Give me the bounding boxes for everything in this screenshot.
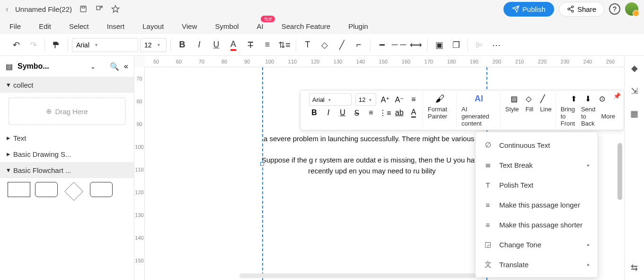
underline-button[interactable]: U [209, 37, 224, 53]
menu-continuous-text[interactable]: ∅Continuous Text [476, 135, 598, 155]
pin-icon[interactable]: 📌 [613, 92, 621, 99]
float-ab-icon[interactable]: ab [394, 108, 405, 118]
float-italic-icon[interactable]: I [323, 108, 334, 118]
translate-icon: 文 [483, 260, 493, 269]
italic-button[interactable]: I [192, 37, 207, 53]
layers-button[interactable]: ❐ [449, 37, 464, 53]
shapes-row [0, 178, 134, 205]
shape-rounded-rect-2[interactable] [90, 182, 113, 197]
menu-symbol[interactable]: Symbol [215, 22, 239, 30]
float-strike-icon[interactable]: S̶ [352, 108, 362, 118]
section-collect[interactable]: ▾collect [0, 77, 134, 93]
collapse-icon[interactable]: « [124, 62, 128, 71]
menu-polish-text[interactable]: TPolish Text [476, 175, 598, 195]
float-underline-icon[interactable]: U [337, 108, 348, 118]
undo-button[interactable]: ↶ [9, 37, 24, 53]
float-numbered-list-icon[interactable]: ≡ [366, 108, 376, 118]
float-format-painter-icon[interactable]: 🖌 [435, 93, 445, 104]
chevron-right-icon: ▸ [587, 262, 590, 268]
more-toolbar-button[interactable]: ⋯ [489, 37, 504, 53]
shape-diamond[interactable] [64, 182, 83, 201]
menu-change-tone[interactable]: ◲Change Tone▸ [476, 235, 598, 254]
share-button[interactable]: Share [559, 2, 604, 17]
float-line-icon[interactable]: ╱ [538, 93, 548, 104]
send-back-icon[interactable]: ⬇ [582, 93, 593, 104]
ai-content-label: AI generated content [461, 106, 496, 127]
text-style-button[interactable]: T̶ [243, 37, 258, 53]
section-basic-flowchart[interactable]: ▾Basic Flowchart ... [0, 162, 134, 178]
star-icon[interactable] [111, 4, 120, 14]
grid-icon[interactable]: ▦ [629, 108, 640, 119]
selected-text-block[interactable]: a severe problem in launching successful… [258, 134, 485, 176]
menu-insert[interactable]: Insert [107, 22, 125, 30]
font-size-select[interactable]: 12▾ [140, 38, 167, 52]
fill-button[interactable]: ◇ [317, 37, 332, 53]
menu-layout[interactable]: Layout [142, 22, 164, 30]
float-style-icon[interactable]: ▨ [509, 93, 520, 104]
menu-text-break[interactable]: ≣Text Break▸ [476, 155, 598, 175]
font-select[interactable]: Arial▾ [72, 38, 138, 52]
svg-point-4 [568, 8, 570, 10]
float-more-icon[interactable]: ⊙ [597, 93, 607, 104]
settings-rail-icon[interactable]: ⇆ [629, 262, 640, 273]
help-icon[interactable]: ? [609, 3, 620, 15]
text-tool-button[interactable]: T [300, 37, 315, 53]
align-icon[interactable]: ≡ [408, 94, 419, 105]
decrease-font-icon[interactable]: A⁻ [394, 94, 405, 105]
svg-point-3 [572, 6, 573, 8]
float-fill-icon[interactable]: ◇ [523, 93, 534, 104]
shape-rounded-rect[interactable] [35, 182, 58, 197]
shape-rectangle[interactable] [8, 182, 30, 197]
arrow-style-button[interactable]: ⟷ [408, 37, 423, 53]
export-rail-icon[interactable]: ⇲ [629, 85, 640, 97]
align-distribute-button[interactable]: ⊫ [472, 37, 487, 53]
float-bold-icon[interactable]: B [309, 108, 319, 118]
avatar[interactable] [625, 2, 638, 16]
section-text[interactable]: ▸Text [0, 130, 134, 146]
group-button[interactable]: ▣ [432, 37, 447, 53]
menu-view[interactable]: View [182, 22, 197, 30]
float-font-select[interactable]: Arial▾ [309, 93, 352, 106]
font-color-button[interactable]: A [226, 37, 241, 53]
line-tool-button[interactable]: ╱ [334, 37, 349, 53]
menu-translate[interactable]: 文Translate▸ [476, 254, 598, 274]
style-label: Style [505, 106, 519, 113]
menu-make-longer[interactable]: ≡Make this passage longer [476, 195, 598, 215]
bring-front-icon[interactable]: ⬆ [568, 93, 579, 104]
back-icon[interactable]: ‹ [6, 4, 9, 14]
float-size-select[interactable]: 12▾ [355, 93, 376, 106]
menu-ai[interactable]: AIhot [257, 22, 264, 30]
search-icon[interactable]: 🔍 [110, 62, 119, 71]
menu-plugin[interactable]: Plugin [348, 22, 368, 30]
float-bullet-list-icon[interactable]: ⋮≡ [380, 108, 390, 118]
chevron-down-icon[interactable]: ⌄ [90, 63, 96, 70]
increase-font-icon[interactable]: A⁺ [380, 94, 390, 105]
format-painter-button[interactable] [49, 37, 64, 53]
menu-make-shorter[interactable]: ≡Make this passage shorter [476, 215, 598, 235]
export-icon[interactable] [95, 4, 104, 14]
file-name[interactable]: Unnamed File(22) [15, 5, 72, 13]
section-basic-drawing[interactable]: ▸Basic Drawing S... [0, 146, 134, 162]
selection-handle-left[interactable] [260, 162, 264, 166]
float-font-color-icon[interactable]: A [408, 108, 419, 118]
menu-file[interactable]: File [9, 22, 21, 30]
vertical-scrollbar[interactable] [618, 143, 622, 200]
redo-button[interactable]: ↷ [26, 37, 41, 53]
drag-here-zone[interactable]: ⊕Drag Here [9, 98, 125, 125]
make-shorter-icon: ≡ [483, 221, 493, 229]
line-style-button[interactable]: ─ ─ [391, 37, 406, 53]
float-ai-icon[interactable]: AI [474, 93, 484, 104]
menu-search[interactable]: Search Feature [282, 22, 330, 30]
publish-button[interactable]: Publish [503, 2, 554, 17]
save-icon[interactable] [79, 4, 88, 14]
bring-front-label: Bring to Front [561, 106, 580, 127]
line-spacing-button[interactable]: ⇅≡ [277, 37, 292, 53]
line-weight-button[interactable]: ━ [374, 37, 389, 53]
theme-icon[interactable]: ◆ [629, 63, 640, 74]
bold-button[interactable]: B [175, 37, 190, 53]
menu-select[interactable]: Select [69, 22, 89, 30]
horizontal-scrollbar[interactable] [239, 273, 476, 278]
menu-edit[interactable]: Edit [39, 22, 51, 30]
connector-button[interactable]: ⌐ [351, 37, 366, 53]
align-button[interactable]: ≡ [260, 37, 275, 53]
